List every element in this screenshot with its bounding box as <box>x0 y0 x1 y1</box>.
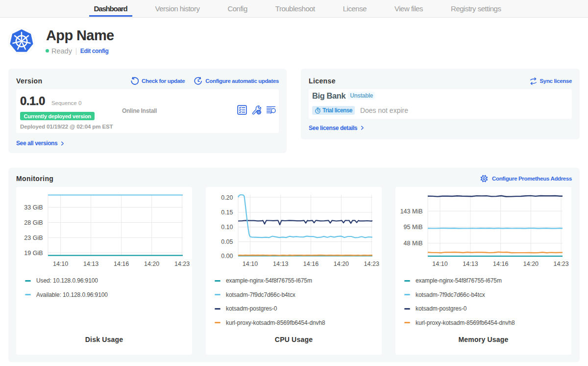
svg-text:14:23: 14:23 <box>174 261 190 267</box>
svg-text:14:10: 14:10 <box>243 261 258 267</box>
svg-text:14:13: 14:13 <box>83 261 98 267</box>
svg-text:14:16: 14:16 <box>493 261 508 267</box>
svg-text:14:20: 14:20 <box>144 261 159 267</box>
svg-text:23 GiB: 23 GiB <box>24 235 43 241</box>
svg-text:14:20: 14:20 <box>334 261 349 267</box>
svg-text:143 MiB: 143 MiB <box>400 208 423 215</box>
svg-text:0.00: 0.00 <box>221 253 233 260</box>
svg-text:14:10: 14:10 <box>432 261 447 267</box>
svg-text:14:13: 14:13 <box>273 261 288 267</box>
svg-text:14:10: 14:10 <box>53 261 68 267</box>
svg-text:14:23: 14:23 <box>364 261 379 267</box>
svg-text:48 MiB: 48 MiB <box>404 240 423 247</box>
svg-text:28 GiB: 28 GiB <box>24 219 43 226</box>
svg-text:19 GiB: 19 GiB <box>24 250 43 257</box>
svg-text:0.20: 0.20 <box>221 194 233 201</box>
svg-text:0.10: 0.10 <box>221 224 233 231</box>
svg-text:14:16: 14:16 <box>114 261 129 267</box>
svg-text:95 MiB: 95 MiB <box>404 224 423 231</box>
svg-text:0.05: 0.05 <box>221 238 233 245</box>
svg-text:14:13: 14:13 <box>463 261 478 267</box>
svg-text:14:23: 14:23 <box>553 261 568 267</box>
svg-text:33 GiB: 33 GiB <box>24 204 43 211</box>
svg-text:14:16: 14:16 <box>303 261 318 267</box>
svg-text:0.15: 0.15 <box>221 209 233 216</box>
svg-text:14:20: 14:20 <box>523 261 539 267</box>
